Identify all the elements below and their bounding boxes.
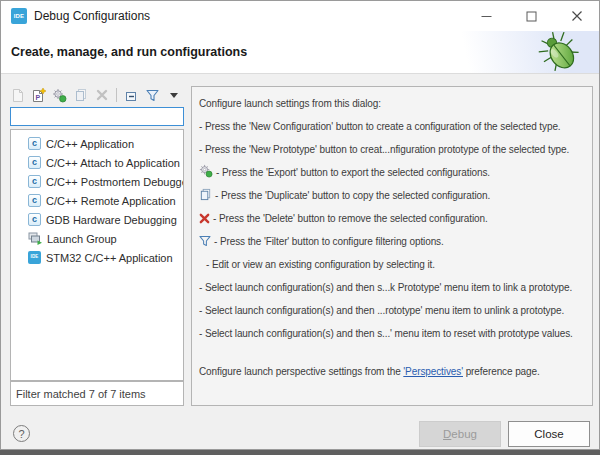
help-line-unlink-prototype: - Select launch configuration(s) and the… (199, 299, 588, 322)
c-application-icon: c (28, 137, 41, 150)
tree-item-cpp-application[interactable]: c C/C++ Application (11, 134, 183, 153)
close-icon (571, 10, 583, 22)
dialog-header: Create, manage, and run configurations (1, 31, 599, 74)
delete-icon (199, 209, 210, 232)
new-prototype-button[interactable]: P (29, 86, 48, 104)
filter-icon (199, 232, 211, 255)
help-line-perspectives: Configure launch perspective settings fr… (199, 360, 588, 383)
screen: IDE Debug Configurations Create, manage,… (0, 0, 600, 455)
help-line-duplicate: - Press the 'Duplicate' button to copy t… (199, 184, 588, 207)
tree-item-label: STM32 C/C++ Application (46, 252, 173, 264)
help-line-link-prototype: - Select launch configuration(s) and the… (199, 276, 588, 299)
svg-text:P: P (35, 94, 40, 101)
title-bar: IDE Debug Configurations (1, 1, 599, 31)
minimize-icon (481, 11, 492, 22)
view-menu-button[interactable] (164, 86, 183, 104)
launch-group-icon (28, 232, 42, 245)
tree-item-label: GDB Hardware Debugging (46, 214, 177, 226)
export-button[interactable] (50, 86, 69, 104)
configuration-tree: c C/C++ Application c C/C++ Attach to Ap… (10, 129, 184, 381)
filter-icon (146, 89, 159, 102)
delete-button[interactable] (92, 86, 111, 104)
help-line-export: - Press the 'Export' button to export th… (199, 161, 588, 184)
ide-app-icon: IDE (11, 8, 27, 24)
c-application-icon: c (28, 156, 41, 169)
tree-item-label: C/C++ Attach to Application (46, 157, 180, 169)
collapse-all-icon (125, 89, 138, 102)
duplicate-icon (199, 186, 212, 209)
help-icon: ? (18, 428, 24, 440)
tree-item-stm32-application[interactable]: IDE STM32 C/C++ Application (11, 248, 183, 267)
help-line-new-prototype: - Press the 'New Prototype' button to cr… (199, 138, 588, 161)
help-line-new-configuration: - Press the 'New Configuration' button t… (199, 115, 588, 138)
help-line-reset-prototype: - Select launch configuration(s) and the… (199, 322, 588, 345)
help-line-edit: - Edit or view an existing configuration… (199, 253, 588, 276)
help-button[interactable]: ? (13, 425, 30, 442)
new-configuration-button[interactable] (8, 86, 27, 104)
window-controls (464, 1, 599, 31)
tree-item-label: C/C++ Postmortem Debugger (46, 176, 184, 188)
tree-item-cpp-attach[interactable]: c C/C++ Attach to Application (11, 153, 183, 172)
c-application-icon: c (28, 175, 41, 188)
duplicate-icon (74, 88, 88, 102)
bug-icon (537, 29, 583, 76)
c-application-icon: c (28, 213, 41, 226)
maximize-button[interactable] (509, 1, 554, 31)
export-icon (199, 163, 213, 186)
filter-input[interactable] (10, 107, 184, 126)
filter-button[interactable] (143, 86, 162, 104)
debug-button[interactable]: Debug (419, 421, 501, 447)
help-line-filter: - Press the 'Filter' button to configure… (199, 230, 588, 253)
window-title: Debug Configurations (34, 9, 150, 23)
help-panel: Configure launch settings from this dial… (191, 86, 593, 406)
duplicate-button[interactable] (71, 86, 90, 104)
minimize-button[interactable] (464, 1, 509, 31)
collapse-all-button[interactable] (122, 86, 141, 104)
close-button[interactable] (554, 1, 599, 31)
tree-item-label: C/C++ Remote Application (46, 195, 176, 207)
filter-status-text: Filter matched 7 of 7 items (16, 388, 146, 400)
tree-item-label: Launch Group (47, 233, 117, 245)
help-title: Configure launch settings from this dial… (199, 92, 588, 115)
configurations-toolbar: P (8, 86, 183, 104)
stm32-ide-icon: IDE (28, 251, 41, 264)
tree-item-launch-group[interactable]: Launch Group (11, 229, 183, 248)
filter-status: Filter matched 7 of 7 items (10, 381, 184, 406)
toolbar-separator (116, 88, 117, 102)
maximize-icon (526, 11, 537, 22)
new-configuration-icon (11, 88, 24, 102)
debug-configurations-dialog: IDE Debug Configurations Create, manage,… (0, 0, 600, 450)
help-line-delete: - Press the 'Delete' button to remove th… (199, 207, 588, 230)
close-dialog-button[interactable]: Close (508, 421, 590, 447)
delete-icon (96, 89, 108, 101)
tree-item-gdb-hardware[interactable]: c GDB Hardware Debugging (11, 210, 183, 229)
view-menu-chevron-icon (170, 93, 178, 98)
export-icon (52, 88, 67, 103)
new-prototype-icon: P (31, 88, 47, 103)
tree-item-label: C/C++ Application (46, 138, 134, 150)
perspectives-link[interactable]: 'Perspectives' (403, 366, 463, 377)
tree-item-cpp-remote[interactable]: c C/C++ Remote Application (11, 191, 183, 210)
c-application-icon: c (28, 194, 41, 207)
page-title: Create, manage, and run configurations (11, 31, 247, 73)
tree-item-cpp-postmortem[interactable]: c C/C++ Postmortem Debugger (11, 172, 183, 191)
